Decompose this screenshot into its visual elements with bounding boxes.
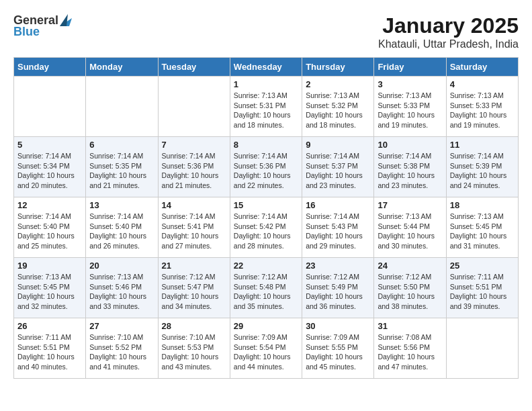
calendar-title: January 2025 bbox=[378, 13, 519, 38]
day-info: Sunrise: 7:14 AM Sunset: 5:38 PM Dayligh… bbox=[378, 151, 442, 191]
table-row: 25Sunrise: 7:11 AM Sunset: 5:51 PM Dayli… bbox=[446, 258, 518, 318]
header-thursday: Thursday bbox=[302, 58, 374, 77]
day-number: 7 bbox=[162, 140, 226, 150]
day-number: 11 bbox=[450, 140, 515, 150]
day-info: Sunrise: 7:10 AM Sunset: 5:53 PM Dayligh… bbox=[162, 332, 226, 372]
day-info: Sunrise: 7:13 AM Sunset: 5:46 PM Dayligh… bbox=[89, 272, 154, 312]
day-number: 24 bbox=[378, 261, 442, 271]
svg-marker-1 bbox=[60, 14, 68, 26]
table-row bbox=[158, 77, 230, 137]
day-info: Sunrise: 7:12 AM Sunset: 5:50 PM Dayligh… bbox=[378, 272, 442, 312]
calendar-week-row: 1Sunrise: 7:13 AM Sunset: 5:31 PM Daylig… bbox=[14, 77, 519, 137]
day-info: Sunrise: 7:14 AM Sunset: 5:36 PM Dayligh… bbox=[162, 151, 226, 191]
day-info: Sunrise: 7:14 AM Sunset: 5:37 PM Dayligh… bbox=[306, 151, 370, 191]
day-number: 20 bbox=[89, 261, 154, 271]
day-info: Sunrise: 7:14 AM Sunset: 5:41 PM Dayligh… bbox=[162, 212, 226, 251]
table-row: 30Sunrise: 7:09 AM Sunset: 5:55 PM Dayli… bbox=[302, 318, 374, 379]
day-info: Sunrise: 7:13 AM Sunset: 5:32 PM Dayligh… bbox=[306, 91, 370, 130]
table-row: 24Sunrise: 7:12 AM Sunset: 5:50 PM Dayli… bbox=[374, 258, 446, 318]
table-row: 17Sunrise: 7:13 AM Sunset: 5:44 PM Dayli… bbox=[374, 197, 446, 258]
day-number: 13 bbox=[89, 200, 154, 210]
table-row: 8Sunrise: 7:14 AM Sunset: 5:36 PM Daylig… bbox=[230, 137, 302, 197]
day-info: Sunrise: 7:14 AM Sunset: 5:40 PM Dayligh… bbox=[17, 212, 82, 251]
day-info: Sunrise: 7:11 AM Sunset: 5:51 PM Dayligh… bbox=[450, 272, 515, 312]
day-info: Sunrise: 7:09 AM Sunset: 5:55 PM Dayligh… bbox=[306, 332, 370, 372]
day-info: Sunrise: 7:14 AM Sunset: 5:36 PM Dayligh… bbox=[234, 151, 298, 191]
day-number: 23 bbox=[306, 261, 370, 271]
table-row: 3Sunrise: 7:13 AM Sunset: 5:33 PM Daylig… bbox=[374, 77, 446, 137]
header-tuesday: Tuesday bbox=[158, 58, 230, 77]
header-saturday: Saturday bbox=[446, 58, 518, 77]
table-row: 7Sunrise: 7:14 AM Sunset: 5:36 PM Daylig… bbox=[158, 137, 230, 197]
day-info: Sunrise: 7:14 AM Sunset: 5:42 PM Dayligh… bbox=[234, 212, 298, 251]
calendar-week-row: 12Sunrise: 7:14 AM Sunset: 5:40 PM Dayli… bbox=[14, 197, 519, 258]
day-number: 30 bbox=[306, 321, 370, 331]
table-row: 11Sunrise: 7:14 AM Sunset: 5:39 PM Dayli… bbox=[446, 137, 518, 197]
table-row: 15Sunrise: 7:14 AM Sunset: 5:42 PM Dayli… bbox=[230, 197, 302, 258]
day-number: 29 bbox=[234, 321, 298, 331]
day-info: Sunrise: 7:12 AM Sunset: 5:49 PM Dayligh… bbox=[306, 272, 370, 312]
day-number: 5 bbox=[17, 140, 82, 150]
header-monday: Monday bbox=[86, 58, 158, 77]
day-number: 15 bbox=[234, 200, 298, 210]
day-info: Sunrise: 7:13 AM Sunset: 5:45 PM Dayligh… bbox=[450, 212, 515, 251]
day-number: 26 bbox=[17, 321, 82, 331]
header-wednesday: Wednesday bbox=[230, 58, 302, 77]
table-row: 18Sunrise: 7:13 AM Sunset: 5:45 PM Dayli… bbox=[446, 197, 518, 258]
table-row: 10Sunrise: 7:14 AM Sunset: 5:38 PM Dayli… bbox=[374, 137, 446, 197]
day-number: 8 bbox=[234, 140, 298, 150]
day-number: 9 bbox=[306, 140, 370, 150]
table-row bbox=[86, 77, 158, 137]
header-friday: Friday bbox=[374, 58, 446, 77]
day-number: 31 bbox=[378, 321, 442, 331]
day-number: 22 bbox=[234, 261, 298, 271]
day-info: Sunrise: 7:12 AM Sunset: 5:48 PM Dayligh… bbox=[234, 272, 298, 312]
table-row: 13Sunrise: 7:14 AM Sunset: 5:40 PM Dayli… bbox=[86, 197, 158, 258]
day-number: 10 bbox=[378, 140, 442, 150]
header-sunday: Sunday bbox=[14, 58, 86, 77]
day-info: Sunrise: 7:14 AM Sunset: 5:34 PM Dayligh… bbox=[17, 151, 82, 191]
table-row: 31Sunrise: 7:08 AM Sunset: 5:56 PM Dayli… bbox=[374, 318, 446, 379]
table-row: 27Sunrise: 7:10 AM Sunset: 5:52 PM Dayli… bbox=[86, 318, 158, 379]
day-number: 21 bbox=[162, 261, 226, 271]
table-row: 22Sunrise: 7:12 AM Sunset: 5:48 PM Dayli… bbox=[230, 258, 302, 318]
day-info: Sunrise: 7:11 AM Sunset: 5:51 PM Dayligh… bbox=[17, 332, 82, 372]
calendar-week-row: 5Sunrise: 7:14 AM Sunset: 5:34 PM Daylig… bbox=[14, 137, 519, 197]
table-row: 9Sunrise: 7:14 AM Sunset: 5:37 PM Daylig… bbox=[302, 137, 374, 197]
day-number: 4 bbox=[450, 79, 515, 89]
day-number: 16 bbox=[306, 200, 370, 210]
table-row: 1Sunrise: 7:13 AM Sunset: 5:31 PM Daylig… bbox=[230, 77, 302, 137]
day-info: Sunrise: 7:13 AM Sunset: 5:33 PM Dayligh… bbox=[378, 91, 442, 130]
day-number: 3 bbox=[378, 79, 442, 89]
calendar-subtitle: Khatauli, Uttar Pradesh, India bbox=[378, 38, 519, 50]
table-row: 28Sunrise: 7:10 AM Sunset: 5:53 PM Dayli… bbox=[158, 318, 230, 379]
table-row: 14Sunrise: 7:14 AM Sunset: 5:41 PM Dayli… bbox=[158, 197, 230, 258]
calendar-week-row: 19Sunrise: 7:13 AM Sunset: 5:45 PM Dayli… bbox=[14, 258, 519, 318]
day-number: 2 bbox=[306, 79, 370, 89]
logo: General Blue bbox=[13, 13, 72, 39]
table-row: 20Sunrise: 7:13 AM Sunset: 5:46 PM Dayli… bbox=[86, 258, 158, 318]
title-section: January 2025 Khatauli, Uttar Pradesh, In… bbox=[378, 13, 519, 50]
day-number: 25 bbox=[450, 261, 515, 271]
day-info: Sunrise: 7:14 AM Sunset: 5:43 PM Dayligh… bbox=[306, 212, 370, 251]
table-row: 29Sunrise: 7:09 AM Sunset: 5:54 PM Dayli… bbox=[230, 318, 302, 379]
day-info: Sunrise: 7:14 AM Sunset: 5:35 PM Dayligh… bbox=[89, 151, 154, 191]
day-number: 14 bbox=[162, 200, 226, 210]
table-row: 16Sunrise: 7:14 AM Sunset: 5:43 PM Dayli… bbox=[302, 197, 374, 258]
day-number: 18 bbox=[450, 200, 515, 210]
day-info: Sunrise: 7:13 AM Sunset: 5:33 PM Dayligh… bbox=[450, 91, 515, 130]
calendar-week-row: 26Sunrise: 7:11 AM Sunset: 5:51 PM Dayli… bbox=[14, 318, 519, 379]
page-header: General Blue January 2025 Khatauli, Utta… bbox=[13, 13, 519, 50]
day-info: Sunrise: 7:12 AM Sunset: 5:47 PM Dayligh… bbox=[162, 272, 226, 312]
day-info: Sunrise: 7:14 AM Sunset: 5:40 PM Dayligh… bbox=[89, 212, 154, 251]
day-info: Sunrise: 7:13 AM Sunset: 5:45 PM Dayligh… bbox=[17, 272, 82, 312]
table-row: 2Sunrise: 7:13 AM Sunset: 5:32 PM Daylig… bbox=[302, 77, 374, 137]
day-info: Sunrise: 7:10 AM Sunset: 5:52 PM Dayligh… bbox=[89, 332, 154, 372]
day-info: Sunrise: 7:09 AM Sunset: 5:54 PM Dayligh… bbox=[234, 332, 298, 372]
table-row bbox=[446, 318, 518, 379]
table-row: 23Sunrise: 7:12 AM Sunset: 5:49 PM Dayli… bbox=[302, 258, 374, 318]
table-row: 19Sunrise: 7:13 AM Sunset: 5:45 PM Dayli… bbox=[14, 258, 86, 318]
table-row: 26Sunrise: 7:11 AM Sunset: 5:51 PM Dayli… bbox=[14, 318, 86, 379]
table-row: 21Sunrise: 7:12 AM Sunset: 5:47 PM Dayli… bbox=[158, 258, 230, 318]
calendar-header-row: Sunday Monday Tuesday Wednesday Thursday… bbox=[14, 58, 519, 77]
